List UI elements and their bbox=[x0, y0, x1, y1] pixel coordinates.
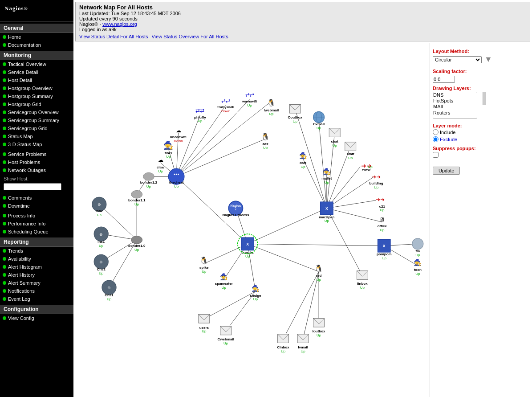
node-thecheat[interactable]: ●●● thecheat Up bbox=[168, 168, 184, 188]
node-chat[interactable]: chat Up bbox=[329, 128, 340, 147]
node-spike[interactable]: 🐧 spike Up bbox=[199, 256, 209, 274]
link-marzipan-dart bbox=[303, 159, 327, 208]
sidebar-item-downtime[interactable]: Downtime bbox=[0, 202, 73, 210]
node-nagios[interactable]: Nagios X Nagios Process bbox=[222, 201, 249, 217]
nagios-link[interactable]: www.nagios.org bbox=[102, 21, 137, 27]
node-axe[interactable]: 🐧 axe Up bbox=[261, 132, 270, 150]
sidebar-item-view-config[interactable]: View Config bbox=[0, 314, 73, 322]
sidebar-item-hostgroup-grid[interactable]: Hostgroup Grid bbox=[0, 100, 73, 108]
sidebar-item-availability[interactable]: Availability bbox=[0, 255, 73, 263]
suppress-popups-checkbox[interactable] bbox=[433, 152, 439, 158]
sidebar-item-service-problems[interactable]: Service Problems bbox=[0, 150, 73, 158]
node-coutbox[interactable]: Coutbox Up bbox=[288, 104, 303, 123]
sidebar-item-process-info[interactable]: Process Info bbox=[0, 212, 73, 220]
node-sledge[interactable]: 🧙 sledge Up bbox=[250, 284, 261, 301]
layout-method-select[interactable]: Circular bbox=[433, 56, 482, 63]
layer-mode-exclude-radio[interactable] bbox=[433, 136, 439, 142]
node-trubyswifi[interactable]: ⇄⇄ trubyswifi Down bbox=[217, 98, 234, 113]
svg-text:Up: Up bbox=[360, 286, 365, 290]
node-fiber[interactable]: 🧙 fiber Up bbox=[163, 140, 174, 159]
status-detail-link[interactable]: View Status Detail For All Hosts bbox=[79, 34, 148, 39]
section-general: General bbox=[0, 24, 73, 33]
node-cns1[interactable]: ⊕ Cns1 Up bbox=[102, 280, 116, 301]
sidebar-item-service-detail[interactable]: Service Detail bbox=[0, 68, 73, 76]
sidebar-item-scheduling-queue[interactable]: Scheduling Queue bbox=[0, 228, 73, 236]
svg-text:Up: Up bbox=[301, 349, 305, 353]
node-foon[interactable]: 🧙 foon Up bbox=[414, 258, 422, 275]
node-cvmail[interactable]: Cvmail Up bbox=[313, 111, 325, 130]
node-bonder10[interactable]: bonder1.0 Up bbox=[128, 236, 146, 252]
layer-mode-include-label[interactable]: Include bbox=[433, 129, 529, 135]
dot-servicegroup-summary bbox=[3, 119, 6, 122]
sidebar-item-network-outages[interactable]: Network Outages bbox=[0, 166, 73, 174]
node-phluffy[interactable]: ⇄⇄ phluffy Up bbox=[194, 108, 206, 123]
node-www[interactable]: ➜➜ www Up bbox=[361, 162, 373, 172]
svg-text:Up: Up bbox=[253, 297, 258, 301]
dot-trends bbox=[3, 249, 6, 253]
sidebar-item-comments[interactable]: Comments bbox=[0, 194, 73, 202]
dot-network-outages bbox=[3, 168, 6, 172]
node-spameater[interactable]: 🧙 spameater Up bbox=[215, 273, 233, 290]
sidebar-item-home[interactable]: Home bbox=[0, 33, 73, 41]
layer-mode-exclude-label[interactable]: Exclude bbox=[433, 136, 529, 142]
sidebar-item-trends[interactable]: Trends bbox=[0, 247, 73, 255]
layer-mode-include-radio[interactable] bbox=[433, 129, 439, 135]
svg-text:fm: fm bbox=[415, 249, 420, 253]
sidebar-item-servicegroup-overview[interactable]: Servicegroup Overview bbox=[0, 108, 73, 116]
sidebar-item-servicegroup-grid[interactable]: Servicegroup Grid bbox=[0, 124, 73, 132]
node-cwebmail[interactable]: Cwebmail Up bbox=[218, 326, 234, 345]
sidebar-item-event-log[interactable]: Event Log bbox=[0, 295, 73, 303]
sidebar-item-hostgroup-overview[interactable]: Hostgroup Overview bbox=[0, 84, 73, 92]
sidebar-item-servicegroup-summary[interactable]: Servicegroup Summary bbox=[0, 116, 73, 124]
node-coachz[interactable]: X coachz Up bbox=[241, 237, 254, 258]
scrollbar-track[interactable] bbox=[483, 92, 486, 105]
sidebar-item-host-detail[interactable]: Host Detail bbox=[0, 76, 73, 84]
node-pompom[interactable]: X pompom Up bbox=[377, 240, 392, 260]
update-button[interactable]: Update bbox=[433, 167, 460, 175]
node-office[interactable]: 🖥 office Up bbox=[378, 217, 387, 232]
sidebar-item-alert-summary[interactable]: Alert Summary bbox=[0, 279, 73, 287]
node-claw[interactable]: ☁ claw Up bbox=[157, 157, 165, 173]
node-c21[interactable]: ➜➜ c21 Up bbox=[376, 196, 386, 212]
svg-text:🧙: 🧙 bbox=[163, 140, 174, 150]
layers-select[interactable]: DNS HotSpots MAIL Routers bbox=[433, 92, 477, 119]
node-ins1[interactable]: ⊕ Ins1 Up bbox=[94, 227, 108, 247]
sidebar-item-alert-histogram[interactable]: Alert Histogram bbox=[0, 263, 73, 271]
node-cinbox[interactable]: Cinbox Up bbox=[277, 334, 290, 353]
node-building[interactable]: ➜➜ building Up bbox=[369, 174, 383, 189]
sidebar-item-tactical-overview[interactable]: Tactical Overview bbox=[0, 60, 73, 68]
dot-availability bbox=[3, 257, 6, 261]
svg-text:⇄⇄: ⇄⇄ bbox=[245, 92, 254, 98]
sidebar-item-status-map[interactable]: Status Map bbox=[0, 132, 73, 140]
sidebar: Nagios® General Home Documentation Monit… bbox=[0, 0, 73, 397]
sidebar-item-hostgroup-summary[interactable]: Hostgroup Summary bbox=[0, 92, 73, 100]
node-ioutbox[interactable]: Ioutbox Up bbox=[313, 318, 325, 337]
section-monitoring: Monitoring bbox=[0, 51, 73, 60]
node-iwebmail[interactable]: 🐧 Iwebmail Up bbox=[264, 98, 279, 116]
sidebar-item-documentation[interactable]: Documentation bbox=[0, 41, 73, 49]
scaling-factor-input[interactable] bbox=[433, 76, 455, 83]
update-interval: Updated every 90 seconds bbox=[79, 16, 526, 21]
sidebar-item-notifications[interactable]: Notifications bbox=[0, 287, 73, 295]
svg-text:🐧: 🐧 bbox=[199, 256, 208, 265]
svg-text:sledge: sledge bbox=[250, 294, 261, 298]
node-ivmail[interactable]: Ivmail Up bbox=[297, 334, 309, 353]
node-bonder11[interactable]: bonder1.1 Up bbox=[128, 190, 146, 206]
svg-text:red: red bbox=[316, 274, 322, 278]
sidebar-item-3d-status-map[interactable]: 3-D Status Map bbox=[0, 140, 73, 148]
node-cns2[interactable]: ⊕ Cns2 Up bbox=[94, 254, 108, 275]
node-ins2[interactable]: ⊕ Ins2 Up bbox=[92, 197, 106, 217]
status-overview-link[interactable]: View Status Overview For All Hosts bbox=[151, 34, 228, 39]
node-iinbox[interactable]: Iinbox Up bbox=[357, 271, 368, 290]
svg-text:⊕: ⊕ bbox=[97, 202, 101, 207]
node-dart[interactable]: 🧙 dart Up bbox=[299, 151, 307, 168]
node-bonder12[interactable]: bonder1.2 Up bbox=[140, 172, 158, 188]
node-fm[interactable]: fm Up bbox=[412, 238, 423, 257]
node-marzipan[interactable]: X marzipan Up bbox=[319, 202, 334, 223]
sidebar-item-host-problems[interactable]: Host Problems bbox=[0, 158, 73, 166]
svg-text:Up: Up bbox=[222, 286, 227, 290]
sidebar-item-performance-info[interactable]: Performance Info bbox=[0, 220, 73, 228]
node-users[interactable]: users Up bbox=[199, 315, 210, 334]
sidebar-item-alert-history[interactable]: Alert History bbox=[0, 271, 73, 279]
show-host-input[interactable] bbox=[4, 183, 61, 190]
